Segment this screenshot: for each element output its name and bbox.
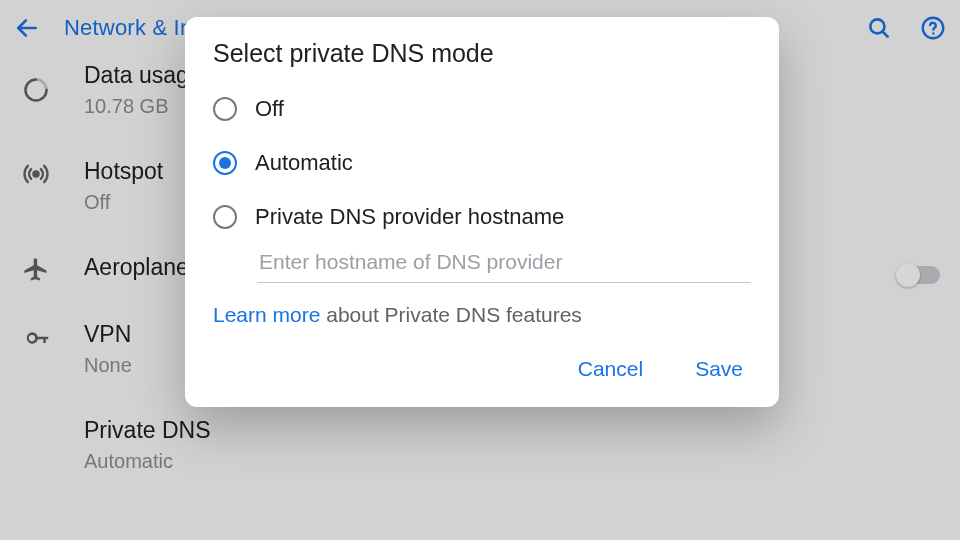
learn-more-rest: about Private DNS features [320, 303, 581, 326]
private-dns-dialog: Select private DNS mode Off Automatic Pr… [185, 17, 779, 407]
dialog-title: Select private DNS mode [185, 33, 779, 78]
save-button[interactable]: Save [689, 353, 749, 385]
radio-icon [213, 97, 237, 121]
dns-option-group: Off Automatic Private DNS provider hostn… [185, 78, 779, 244]
dialog-actions: Cancel Save [185, 335, 779, 401]
option-label: Private DNS provider hostname [255, 204, 564, 230]
cancel-button[interactable]: Cancel [572, 353, 649, 385]
learn-more-link[interactable]: Learn more [213, 303, 320, 326]
option-label: Automatic [255, 150, 353, 176]
option-label: Off [255, 96, 284, 122]
dns-hostname-input[interactable] [257, 244, 751, 283]
radio-icon [213, 205, 237, 229]
dns-option-automatic[interactable]: Automatic [205, 136, 759, 190]
radio-icon [213, 151, 237, 175]
app-root: Network & Internet Data usage 10.78 GB H… [0, 0, 960, 540]
dns-option-off[interactable]: Off [205, 82, 759, 136]
dns-option-hostname[interactable]: Private DNS provider hostname [205, 190, 759, 244]
learn-more-text: Learn more about Private DNS features [185, 283, 779, 335]
